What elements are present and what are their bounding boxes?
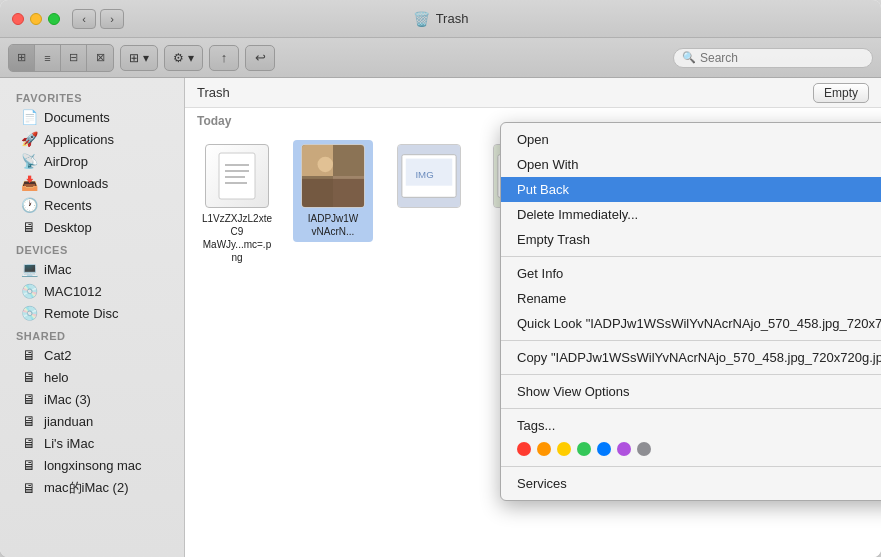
sidebar-item-documents[interactable]: 📄 Documents xyxy=(4,106,180,128)
cm-delete-immediately[interactable]: Delete Immediately... xyxy=(501,202,881,227)
sidebar-item-applications[interactable]: 🚀 Applications xyxy=(4,128,180,150)
cm-quick-look-label: Quick Look "IADPJw1WSsWilYvNAcrNAjo_570_… xyxy=(517,316,881,331)
tag-yellow[interactable] xyxy=(557,442,571,456)
cm-get-info[interactable]: Get Info xyxy=(501,261,881,286)
imac3-icon: 🖥 xyxy=(20,391,38,407)
imac-icon: 💻 xyxy=(20,261,38,277)
sidebar-item-label: iMac (3) xyxy=(44,392,91,407)
share-icon: ↑ xyxy=(221,50,228,65)
tag-orange[interactable] xyxy=(537,442,551,456)
svg-text:IMG: IMG xyxy=(415,169,433,180)
longxinsong-icon: 🖥 xyxy=(20,457,38,473)
file-item[interactable]: IMG xyxy=(389,140,469,216)
arrange-button[interactable]: ⊞ ▾ xyxy=(120,45,158,71)
cm-show-view-options[interactable]: Show View Options xyxy=(501,379,881,404)
files-area: L1VzZXJzL2xteC9MaWJy...mc=.png xyxy=(185,132,881,557)
sidebar-item-macimac2[interactable]: 🖥 mac的iMac (2) xyxy=(4,476,180,500)
sidebar-item-downloads[interactable]: 📥 Downloads xyxy=(4,172,180,194)
content-header: Trash Empty xyxy=(185,78,881,108)
cm-delete-immediately-label: Delete Immediately... xyxy=(517,207,638,222)
view-list-button[interactable]: ≡ xyxy=(35,45,61,71)
sidebar-item-label: Downloads xyxy=(44,176,108,191)
helo-icon: 🖥 xyxy=(20,369,38,385)
cm-copy-label: Copy "IADPJw1WSsWilYvNAcrNAjo_570_458.jp… xyxy=(517,350,881,365)
cover-view-icon: ⊠ xyxy=(96,51,105,64)
back-button[interactable]: ‹ xyxy=(72,9,96,29)
main-area: Favorites 📄 Documents 🚀 Applications 📡 A… xyxy=(0,78,881,557)
search-box[interactable]: 🔍 xyxy=(673,48,873,68)
cm-open[interactable]: Open xyxy=(501,127,881,152)
tag-purple[interactable] xyxy=(617,442,631,456)
cm-put-back[interactable]: Put Back xyxy=(501,177,881,202)
sidebar-item-label: Applications xyxy=(44,132,114,147)
sidebar-item-mac1012[interactable]: 💿 MAC1012 xyxy=(4,280,180,302)
sidebar-item-label: mac的iMac (2) xyxy=(44,479,129,497)
applications-icon: 🚀 xyxy=(20,131,38,147)
tag-blue[interactable] xyxy=(597,442,611,456)
cm-separator-2 xyxy=(501,340,881,341)
search-icon: 🔍 xyxy=(682,51,696,64)
file-name: L1VzZXJzL2xteC9MaWJy...mc=.png xyxy=(201,212,273,264)
share-button[interactable]: ↑ xyxy=(209,45,239,71)
cm-empty-trash[interactable]: Empty Trash xyxy=(501,227,881,252)
context-menu: Open Open With ▶ Put Back Delete Immedia… xyxy=(500,122,881,501)
view-cover-button[interactable]: ⊠ xyxy=(87,45,113,71)
file-thumbnail: IMG xyxy=(397,144,461,208)
file-item[interactable]: L1VzZXJzL2xteC9MaWJy...mc=.png xyxy=(197,140,277,268)
tag-button[interactable]: ↩ xyxy=(245,45,275,71)
file-thumbnail xyxy=(301,144,365,208)
sidebar-item-label: Recents xyxy=(44,198,92,213)
sidebar-item-label: MAC1012 xyxy=(44,284,102,299)
cm-services[interactable]: Services ▶ xyxy=(501,471,881,496)
sidebar-item-label: AirDrop xyxy=(44,154,88,169)
sidebar-item-helo[interactable]: 🖥 helo xyxy=(4,366,180,388)
cm-empty-trash-label: Empty Trash xyxy=(517,232,590,247)
macimac2-icon: 🖥 xyxy=(20,480,38,496)
documents-icon: 📄 xyxy=(20,109,38,125)
sidebar-item-recents[interactable]: 🕐 Recents xyxy=(4,194,180,216)
close-button[interactable] xyxy=(12,13,24,25)
cm-copy[interactable]: Copy "IADPJw1WSsWilYvNAcrNAjo_570_458.jp… xyxy=(501,345,881,370)
tag-green[interactable] xyxy=(577,442,591,456)
cm-show-view-options-label: Show View Options xyxy=(517,384,630,399)
airdrop-icon: 📡 xyxy=(20,153,38,169)
sidebar-item-jianduan[interactable]: 🖥 jianduan xyxy=(4,410,180,432)
sidebar-item-airdrop[interactable]: 📡 AirDrop xyxy=(4,150,180,172)
sidebar-item-label: helo xyxy=(44,370,69,385)
lisimac-icon: 🖥 xyxy=(20,435,38,451)
empty-trash-button[interactable]: Empty xyxy=(813,83,869,103)
view-column-button[interactable]: ⊟ xyxy=(61,45,87,71)
cm-tags[interactable]: Tags... xyxy=(501,413,881,438)
forward-button[interactable]: › xyxy=(100,9,124,29)
sidebar-item-imac[interactable]: 💻 iMac xyxy=(4,258,180,280)
arrange-icon: ⊞ xyxy=(129,51,139,65)
sidebar-item-label: Li's iMac xyxy=(44,436,94,451)
cm-open-with[interactable]: Open With ▶ xyxy=(501,152,881,177)
sidebar-item-label: longxinsong mac xyxy=(44,458,142,473)
action-button[interactable]: ⚙ ▾ xyxy=(164,45,203,71)
sidebar-item-remotedisc[interactable]: 💿 Remote Disc xyxy=(4,302,180,324)
sidebar-item-longxinsong[interactable]: 🖥 longxinsong mac xyxy=(4,454,180,476)
action-arrow-icon: ▾ xyxy=(188,51,194,65)
maximize-button[interactable] xyxy=(48,13,60,25)
sidebar-item-desktop[interactable]: 🖥 Desktop xyxy=(4,216,180,238)
sidebar-item-label: iMac xyxy=(44,262,71,277)
cm-services-label: Services xyxy=(517,476,567,491)
traffic-lights xyxy=(12,13,60,25)
tag-gray[interactable] xyxy=(637,442,651,456)
cat2-icon: 🖥 xyxy=(20,347,38,363)
cm-rename[interactable]: Rename xyxy=(501,286,881,311)
file-item[interactable]: IADPJw1WvNAcrN... xyxy=(293,140,373,242)
sidebar-item-cat2[interactable]: 🖥 Cat2 xyxy=(4,344,180,366)
cm-quick-look[interactable]: Quick Look "IADPJw1WSsWilYvNAcrNAjo_570_… xyxy=(501,311,881,336)
view-icon-button[interactable]: ⊞ xyxy=(9,45,35,71)
cm-put-back-label: Put Back xyxy=(517,182,569,197)
cm-open-with-label: Open With xyxy=(517,157,578,172)
minimize-button[interactable] xyxy=(30,13,42,25)
sidebar-item-lisimac[interactable]: 🖥 Li's iMac xyxy=(4,432,180,454)
favorites-label: Favorites xyxy=(0,86,184,106)
tag-red[interactable] xyxy=(517,442,531,456)
recents-icon: 🕐 xyxy=(20,197,38,213)
search-input[interactable] xyxy=(700,51,860,65)
sidebar-item-imac3[interactable]: 🖥 iMac (3) xyxy=(4,388,180,410)
